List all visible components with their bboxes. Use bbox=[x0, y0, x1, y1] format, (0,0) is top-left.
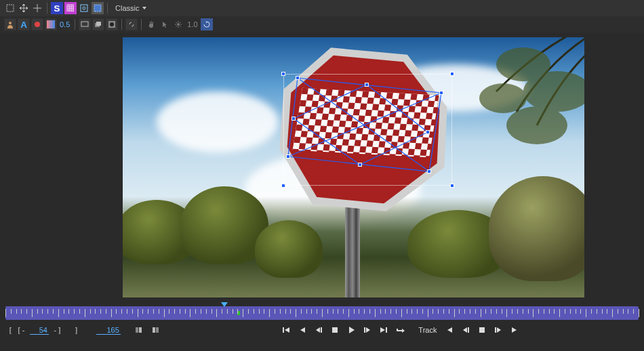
go-start-icon[interactable] bbox=[280, 324, 292, 336]
mode-dropdown[interactable]: Classic bbox=[111, 3, 151, 14]
tree bbox=[255, 220, 323, 278]
marquee-icon[interactable] bbox=[92, 2, 104, 14]
svg-point-11 bbox=[110, 22, 114, 26]
bbox-handle[interactable] bbox=[281, 72, 285, 76]
svg-rect-21 bbox=[156, 327, 159, 333]
pointer-icon[interactable] bbox=[159, 18, 171, 30]
svg-rect-23 bbox=[321, 327, 322, 333]
bbox-handle[interactable] bbox=[281, 184, 285, 188]
crosshair-icon[interactable] bbox=[31, 2, 43, 14]
step-back-icon[interactable] bbox=[296, 324, 308, 336]
mode-dropdown-label: Classic bbox=[115, 4, 139, 12]
stop-icon[interactable] bbox=[329, 324, 341, 336]
track-label: Track bbox=[418, 326, 437, 334]
svg-rect-20 bbox=[153, 327, 155, 333]
snap-toggle-icon[interactable]: S bbox=[51, 2, 63, 14]
svg-rect-3 bbox=[94, 5, 101, 12]
selection-handle[interactable] bbox=[427, 169, 431, 173]
range-open-bracket[interactable]: [ bbox=[8, 326, 13, 335]
selection-handle[interactable] bbox=[286, 154, 290, 159]
current-frame-input[interactable]: 165 bbox=[96, 326, 121, 335]
select-tool-icon[interactable] bbox=[4, 2, 16, 14]
svg-rect-1 bbox=[81, 5, 87, 12]
loop-icon[interactable] bbox=[394, 324, 406, 336]
svg-rect-27 bbox=[468, 327, 469, 333]
ghost-prev-icon[interactable] bbox=[133, 324, 145, 336]
svg-point-15 bbox=[479, 83, 527, 113]
gradient-icon[interactable] bbox=[45, 18, 57, 30]
separator bbox=[141, 19, 142, 30]
svg-rect-25 bbox=[364, 327, 365, 333]
track-back-icon[interactable] bbox=[443, 324, 456, 336]
opacity-value[interactable]: 0.5 bbox=[58, 20, 71, 28]
selection-handle[interactable] bbox=[439, 91, 443, 95]
svg-point-2 bbox=[83, 7, 85, 9]
svg-rect-28 bbox=[479, 327, 485, 333]
bbox-handle[interactable] bbox=[450, 72, 454, 76]
toolbar-row-1: S Classic bbox=[0, 0, 644, 16]
track-frame-forward-icon[interactable] bbox=[492, 324, 504, 336]
timeline-controls: [ [- 54 -] ] 165 Track bbox=[0, 320, 644, 340]
go-end-icon[interactable] bbox=[378, 324, 390, 336]
cloud bbox=[157, 91, 279, 152]
svg-point-16 bbox=[506, 106, 567, 144]
svg-point-5 bbox=[35, 22, 40, 27]
separator bbox=[107, 3, 108, 14]
tree bbox=[489, 176, 584, 281]
playhead[interactable] bbox=[221, 302, 228, 307]
track-frame-back-icon[interactable] bbox=[460, 324, 472, 336]
svg-rect-7 bbox=[81, 22, 88, 26]
layers-icon[interactable] bbox=[92, 18, 104, 30]
svg-rect-9 bbox=[96, 22, 101, 26]
onion-value[interactable]: 1.0 bbox=[186, 20, 199, 28]
viewport[interactable] bbox=[123, 37, 584, 297]
svg-rect-6 bbox=[47, 20, 55, 28]
frame-back-icon[interactable] bbox=[313, 324, 325, 336]
screen-icon[interactable] bbox=[79, 18, 91, 30]
play-icon[interactable] bbox=[345, 324, 357, 336]
grid-toggle-icon[interactable] bbox=[64, 2, 77, 14]
foreground-branches bbox=[442, 37, 584, 166]
red-dot-icon[interactable] bbox=[31, 18, 43, 30]
person-icon[interactable] bbox=[4, 18, 16, 30]
selection-handle[interactable] bbox=[426, 130, 430, 134]
checker-overlay bbox=[292, 88, 439, 157]
range-start-close: -] bbox=[53, 326, 62, 335]
timeline-area: [ [- 54 -] ] 165 Track bbox=[0, 304, 644, 351]
chevron-down-icon bbox=[142, 5, 147, 11]
svg-rect-26 bbox=[386, 327, 387, 333]
selection-handle[interactable] bbox=[365, 83, 369, 87]
svg-rect-22 bbox=[283, 327, 284, 333]
crop-tool-icon[interactable] bbox=[78, 2, 90, 14]
svg-point-12 bbox=[177, 23, 180, 26]
range-start-input[interactable]: 54 bbox=[30, 326, 49, 335]
timeline-ruler[interactable] bbox=[5, 306, 639, 320]
svg-rect-24 bbox=[332, 327, 338, 333]
selection-handle[interactable] bbox=[358, 163, 362, 167]
toolbar-row-2: A 0.5 1.0 bbox=[0, 16, 644, 33]
refresh-icon[interactable] bbox=[201, 18, 213, 30]
svg-rect-18 bbox=[136, 327, 138, 333]
svg-rect-29 bbox=[495, 327, 496, 333]
hand-icon[interactable] bbox=[145, 18, 157, 30]
range-start-open: [- bbox=[17, 326, 26, 335]
range-end-bracket[interactable]: ] bbox=[74, 326, 79, 335]
svg-point-4 bbox=[9, 22, 12, 24]
text-a-icon[interactable]: A bbox=[18, 18, 30, 30]
svg-rect-19 bbox=[139, 327, 142, 333]
move-tool-icon[interactable] bbox=[18, 2, 30, 14]
mask-icon[interactable] bbox=[106, 18, 118, 30]
frame-forward-icon[interactable] bbox=[361, 324, 374, 336]
separator bbox=[47, 3, 47, 14]
bbox-handle[interactable] bbox=[450, 184, 454, 188]
track-stop-icon[interactable] bbox=[476, 324, 488, 336]
track-forward-icon[interactable] bbox=[508, 324, 521, 336]
link-icon[interactable] bbox=[125, 18, 138, 30]
separator bbox=[75, 19, 75, 30]
selection-handle[interactable] bbox=[291, 117, 296, 121]
svg-rect-0 bbox=[7, 5, 14, 12]
separator bbox=[121, 19, 122, 30]
sun-icon[interactable] bbox=[172, 18, 184, 30]
selection-handle[interactable] bbox=[296, 76, 300, 80]
ghost-next-icon[interactable] bbox=[149, 324, 161, 336]
